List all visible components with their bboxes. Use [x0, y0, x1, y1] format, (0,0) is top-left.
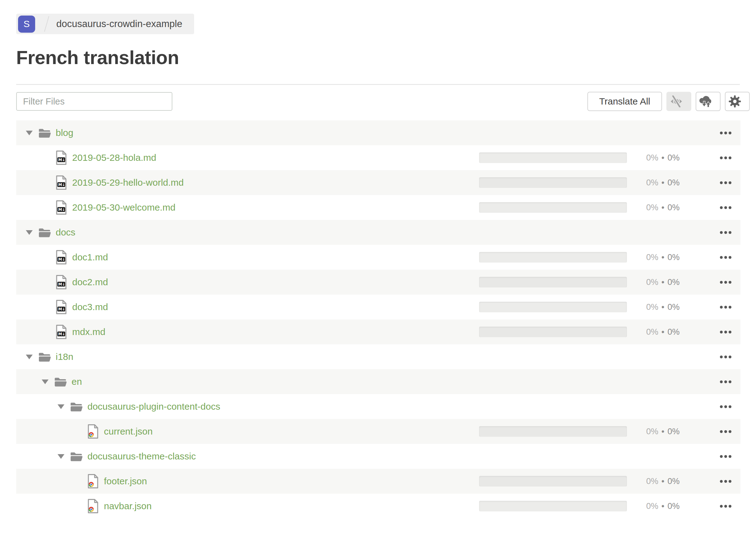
tree-row[interactable]: M ↓ docusaurus-plugin-con — [16, 394, 740, 419]
svg-text:M: M — [58, 158, 62, 162]
folder-label[interactable]: docs — [56, 227, 75, 238]
row-menu-button[interactable] — [719, 354, 732, 360]
progress-percentages: 0%•0% — [646, 203, 690, 212]
row-menu-button[interactable] — [719, 130, 732, 136]
progress-bar — [479, 302, 627, 312]
json-file-icon — [87, 474, 99, 489]
row-menu-button[interactable] — [719, 478, 732, 484]
caret-down-icon[interactable] — [58, 404, 65, 409]
translate-all-button[interactable]: Translate All — [587, 92, 662, 111]
approved-percent: 0% — [667, 501, 680, 511]
tree-row[interactable]: M ↓ doc1.md — [16, 245, 740, 270]
row-menu-button[interactable] — [719, 378, 732, 385]
folder-label[interactable]: blog — [56, 128, 74, 138]
caret-down-icon[interactable] — [42, 379, 49, 384]
file-label[interactable]: footer.json — [104, 476, 147, 486]
folder-label[interactable]: docusaurus-theme-classic — [87, 451, 196, 462]
progress-bar — [479, 426, 627, 437]
folder-label[interactable]: docusaurus-plugin-content-docs — [87, 401, 220, 412]
percent-separator: • — [662, 427, 664, 436]
file-label[interactable]: doc2.md — [72, 277, 108, 287]
file-label[interactable]: navbar.json — [104, 501, 152, 511]
row-menu-button[interactable] — [719, 204, 732, 211]
markdown-file-icon: M ↓ — [55, 150, 67, 165]
row-menu-button[interactable] — [719, 453, 732, 460]
caret-down-icon[interactable] — [26, 354, 33, 359]
markdown-file-icon: M ↓ — [55, 250, 67, 265]
file-label[interactable]: 2019-05-29-hello-world.md — [72, 177, 184, 188]
svg-text:↓: ↓ — [62, 207, 65, 212]
folder-icon — [70, 451, 82, 462]
row-menu-button[interactable] — [719, 155, 732, 161]
svg-text:↓: ↓ — [62, 332, 65, 336]
tree-row[interactable]: M ↓ 2019-05-28-hola.md — [16, 145, 740, 170]
project-avatar[interactable]: S — [18, 16, 35, 33]
row-menu-button[interactable] — [719, 279, 732, 286]
file-label[interactable]: mdx.md — [72, 327, 105, 337]
row-menu-button[interactable] — [719, 229, 732, 236]
json-file-icon — [87, 424, 99, 439]
percent-separator: • — [662, 501, 664, 511]
file-label[interactable]: current.json — [104, 426, 153, 437]
tree-row[interactable]: M ↓ current.json — [16, 419, 740, 444]
tree-row[interactable]: M ↓ 2019-05-29-hello-worl — [16, 170, 740, 195]
approved-percent: 0% — [667, 327, 680, 337]
tree-row[interactable]: M ↓ blog — [16, 120, 740, 145]
tree-row[interactable]: M ↓ footer.json — [16, 469, 740, 494]
percent-separator: • — [662, 178, 664, 187]
translated-percent: 0% — [646, 476, 658, 486]
tree-row[interactable]: M ↓ en — [16, 369, 740, 394]
tree-row[interactable]: M ↓ navbar.json — [16, 494, 740, 518]
folder-label[interactable]: en — [72, 376, 82, 387]
translated-percent: 0% — [646, 253, 658, 262]
row-menu-button[interactable] — [719, 329, 732, 335]
approved-percent: 0% — [667, 476, 680, 486]
caret-down-icon[interactable] — [26, 131, 33, 135]
row-menu-button[interactable] — [719, 428, 732, 435]
file-label[interactable]: 2019-05-28-hola.md — [72, 152, 156, 163]
row-menu-button[interactable] — [719, 503, 732, 509]
tree-row[interactable]: M ↓ 2019-05-30-welcome.md — [16, 195, 740, 220]
percent-separator: • — [662, 327, 664, 337]
row-menu-button[interactable] — [719, 403, 732, 410]
svg-text:M: M — [58, 282, 62, 287]
file-label[interactable]: doc1.md — [72, 252, 108, 263]
tree-row[interactable]: M ↓ docs — [16, 220, 740, 245]
row-menu-button[interactable] — [719, 304, 732, 311]
markdown-file-icon: M ↓ — [55, 175, 67, 190]
translated-percent: 0% — [646, 427, 658, 436]
progress-bar — [479, 177, 627, 188]
svg-text:↓: ↓ — [62, 257, 65, 262]
approved-percent: 0% — [667, 302, 680, 312]
hide-completed-button[interactable] — [667, 92, 691, 111]
tree-row[interactable]: M ↓ doc2.md — [16, 270, 740, 295]
row-menu-button[interactable] — [719, 254, 732, 261]
tree-row[interactable]: M ↓ i18n — [16, 344, 740, 369]
caret-down-icon[interactable] — [58, 454, 65, 459]
sync-files-button[interactable] — [696, 92, 720, 111]
caret-down-icon[interactable] — [26, 230, 33, 235]
markdown-file-icon: M ↓ — [55, 275, 67, 290]
breadcrumb-project-name[interactable]: docusaurus-crowdin-example — [56, 18, 182, 30]
file-label[interactable]: 2019-05-30-welcome.md — [72, 202, 176, 213]
tree-row[interactable]: M ↓ mdx.md — [16, 320, 740, 344]
svg-text:M: M — [58, 257, 62, 262]
filter-files-input[interactable] — [16, 92, 172, 111]
progress-bar — [479, 476, 627, 486]
row-menu-button[interactable] — [719, 180, 732, 186]
tree-row[interactable]: M ↓ docusaurus-theme-clas — [16, 444, 740, 469]
breadcrumb-separator — [44, 16, 49, 32]
folder-label[interactable]: i18n — [56, 351, 74, 362]
markdown-file-icon: M ↓ — [55, 300, 67, 315]
translated-percent: 0% — [646, 153, 658, 162]
folder-icon — [54, 377, 67, 387]
section-divider — [16, 84, 740, 85]
file-label[interactable]: doc3.md — [72, 302, 108, 312]
progress-percentages: 0%•0% — [646, 178, 690, 188]
project-settings-button[interactable] — [725, 92, 750, 111]
tree-row[interactable]: M ↓ doc3.md — [16, 295, 740, 320]
percent-separator: • — [662, 253, 664, 262]
progress-percentages: 0%•0% — [646, 476, 690, 486]
approved-percent: 0% — [667, 427, 680, 436]
folder-icon — [38, 227, 51, 238]
